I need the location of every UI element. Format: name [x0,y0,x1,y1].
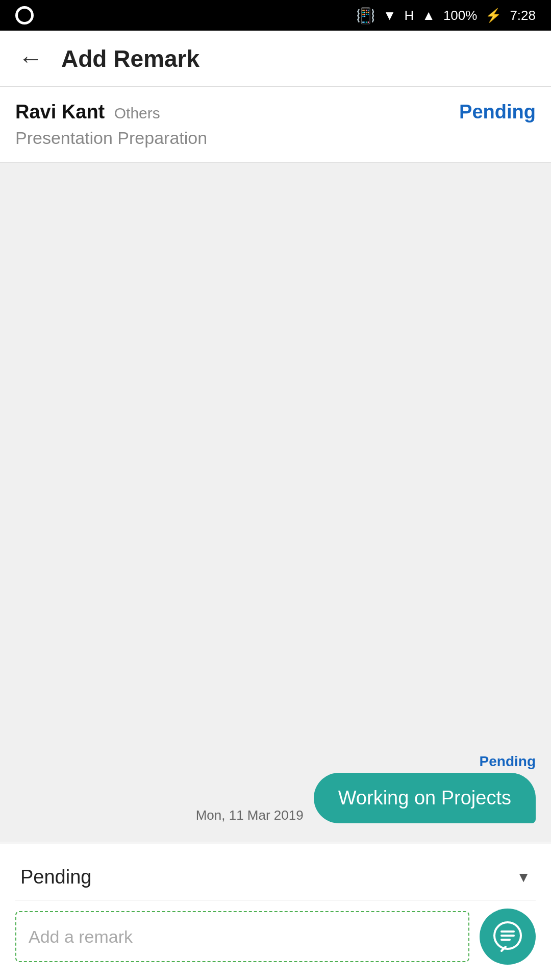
battery-label: 100% [443,8,478,23]
task-status-label: Pending [459,101,536,123]
status-bar: 📳 ▼ H ▲ 100% ⚡ 7:28 [0,0,551,31]
battery-icon: ⚡ [485,8,502,23]
message-status-label: Pending [480,753,536,770]
info-card: Ravi Kant Others Pending Presentation Pr… [0,87,551,163]
message-date-row: Mon, 11 Mar 2019 Working on Projects [196,773,536,823]
task-subtitle: Presentation Preparation [15,128,536,148]
time-label: 7:28 [510,8,536,23]
bottom-controls: Pending ▼ [0,844,551,980]
signal-icon [15,6,34,24]
signal-strength-icon: ▲ [422,8,435,23]
back-arrow-icon: ← [18,46,43,71]
page-title: Add Remark [61,45,199,72]
remark-input-row [15,909,536,965]
network-type-label: H [404,8,414,23]
contact-category: Others [114,105,160,121]
contact-name: Ravi Kant [15,101,105,122]
status-dropdown[interactable]: Pending ▼ [15,854,536,900]
back-button[interactable]: ← [15,43,46,74]
status-left [15,6,34,24]
message-bubble: Working on Projects [314,773,536,823]
info-name-row: Ravi Kant Others [15,101,160,123]
chat-area: Pending Mon, 11 Mar 2019 Working on Proj… [0,163,551,842]
chevron-down-icon: ▼ [516,869,531,886]
remark-input-wrapper[interactable] [15,911,469,962]
wifi-icon: ▼ [383,8,396,23]
status-right: 📳 ▼ H ▲ 100% ⚡ 7:28 [356,7,536,24]
message-meta: Pending [480,753,536,770]
message-date: Mon, 11 Mar 2019 [196,807,304,823]
messages-container: Pending Mon, 11 Mar 2019 Working on Proj… [0,738,551,842]
remark-input[interactable] [29,927,456,947]
message-bubble-text: Working on Projects [338,787,511,808]
vibrate-icon: 📳 [356,7,375,24]
info-card-top: Ravi Kant Others Pending [15,101,536,123]
dropdown-value: Pending [20,866,91,888]
app-bar: ← Add Remark [0,31,551,87]
send-button[interactable] [480,909,536,965]
send-icon [491,920,524,953]
